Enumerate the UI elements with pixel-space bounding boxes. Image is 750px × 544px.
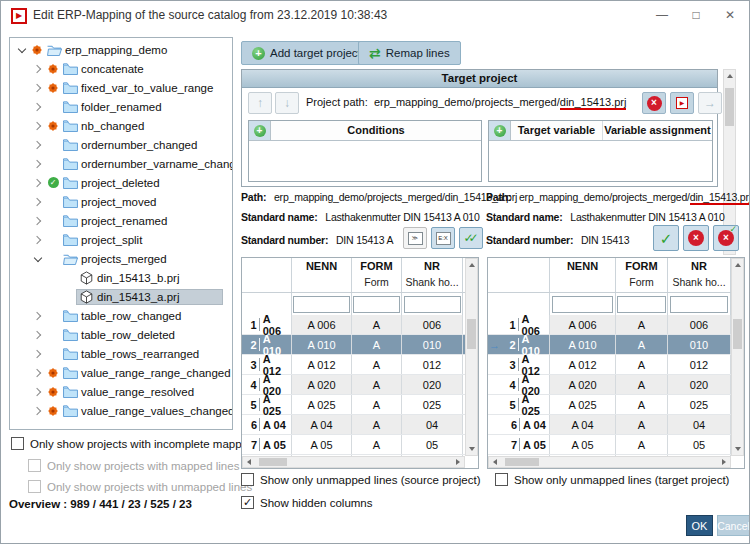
map-all-lines-button[interactable]: ✓✓	[459, 227, 483, 249]
nenn-cell[interactable]: A 05	[550, 435, 616, 454]
source-form-filter-input[interactable]	[353, 296, 401, 313]
nr-cell[interactable]: 020	[402, 375, 463, 394]
tree-item[interactable]: erp_mapping_demo	[10, 40, 232, 59]
tree-item-content[interactable]: folder_renamed	[61, 100, 166, 113]
nr-cell[interactable]: 025	[402, 395, 463, 414]
chevron-down-icon[interactable]	[17, 44, 25, 52]
nenn-cell[interactable]: A 025	[550, 395, 616, 414]
nenn-cell[interactable]: A 012	[550, 355, 616, 374]
nr-cell[interactable]: 05	[668, 435, 731, 454]
nenn-cell[interactable]: A 010	[292, 335, 352, 354]
row-header-cell[interactable]: 3A 012	[242, 355, 292, 374]
form-cell[interactable]: A	[616, 415, 668, 434]
chevron-right-icon[interactable]	[32, 235, 40, 243]
tree-item[interactable]: ordernumber_changed	[10, 135, 232, 154]
tree-item[interactable]: concatenate	[10, 59, 232, 78]
incomplete-mappings-checkbox[interactable]: Only show projects with incomplete mappi…	[11, 437, 263, 450]
nr-cell[interactable]: 025	[668, 395, 731, 414]
row-header-cell[interactable]: 1A 006	[242, 315, 292, 334]
nenn-cell[interactable]: A 020	[292, 375, 352, 394]
nr-cell[interactable]: 04	[668, 415, 731, 434]
form-cell[interactable]: A	[352, 355, 402, 374]
target-table-hscrollbar[interactable]	[488, 456, 731, 468]
tree-item[interactable]: project_split	[10, 230, 232, 249]
scrollbar-thumb[interactable]	[505, 458, 539, 466]
scrollbar-thumb[interactable]	[733, 319, 742, 349]
column-header-form[interactable]: FORMForm	[616, 258, 668, 292]
checkbox-box[interactable]	[241, 473, 254, 486]
nenn-cell[interactable]: A 05	[292, 435, 352, 454]
target-form-filter-input[interactable]	[617, 296, 666, 313]
row-header-cell[interactable]: 4A 020	[242, 375, 292, 394]
ok-button[interactable]: OK	[686, 515, 713, 536]
chevron-right-icon[interactable]	[32, 368, 40, 376]
nenn-cell[interactable]: A 012	[292, 355, 352, 374]
scroll-left-button[interactable]	[489, 457, 501, 467]
row-header-cell[interactable]: 7A 05	[488, 435, 550, 454]
chevron-right-icon[interactable]	[32, 121, 40, 129]
tree-item-content[interactable]: project_moved	[61, 195, 160, 208]
chevron-right-icon[interactable]	[32, 349, 40, 357]
form-cell[interactable]: A	[352, 395, 402, 414]
nenn-cell[interactable]: A 04	[292, 415, 352, 434]
row-header-cell[interactable]: 7A 05	[242, 435, 292, 454]
tree-item[interactable]: fixed_var_to_value_range	[10, 78, 232, 97]
tree-item[interactable]: table_rows_rearranged	[10, 344, 232, 363]
tree-item[interactable]: project_renamed	[10, 211, 232, 230]
scroll-up-button[interactable]	[732, 259, 743, 271]
row-header-cell[interactable]: 4A 020	[488, 375, 550, 394]
nenn-cell[interactable]: A 006	[550, 315, 616, 334]
scroll-right-button[interactable]	[718, 457, 730, 467]
nr-cell[interactable]: 006	[402, 315, 463, 334]
form-cell[interactable]: A	[616, 335, 668, 354]
go-to-project-button[interactable]: →	[698, 92, 722, 114]
scrollbar-thumb[interactable]	[259, 458, 287, 466]
scroll-up-button[interactable]	[724, 70, 735, 82]
nr-cell[interactable]: 010	[668, 335, 731, 354]
row-header-cell[interactable]: 3A 012	[488, 355, 550, 374]
unmapped-lines-checkbox[interactable]: Only show projects with unmapped lines	[28, 480, 252, 493]
nr-cell[interactable]: 020	[668, 375, 731, 394]
table-row[interactable]: 6A 04A 04A04	[242, 415, 465, 435]
nr-cell[interactable]: 04	[402, 415, 463, 434]
tree-item-content[interactable]: value_range_range_changed	[61, 366, 233, 379]
tree-item-content[interactable]: project_split	[61, 233, 146, 246]
form-cell[interactable]: A	[616, 395, 668, 414]
nr-cell[interactable]: 006	[668, 315, 731, 334]
tree-item-content[interactable]: din_15413_b.prj	[77, 271, 184, 285]
row-header-cell[interactable]: 6A 04	[242, 415, 292, 434]
column-header-nenn[interactable]: NENN	[550, 258, 616, 292]
nenn-cell[interactable]: A 006	[292, 315, 352, 334]
tree-item-content[interactable]: table_rows_rearranged	[61, 347, 203, 360]
tree-item-content[interactable]: erp_mapping_demo	[45, 43, 171, 56]
checkbox-box[interactable]	[11, 437, 24, 450]
add-condition-button[interactable]: +	[249, 121, 271, 140]
chevron-right-icon[interactable]	[32, 83, 40, 91]
form-cell[interactable]: A	[352, 335, 402, 354]
tree-item[interactable]: din_15413_b.prj	[10, 268, 232, 287]
remap-lines-button[interactable]: ⇄ Remap lines	[358, 41, 461, 65]
move-up-button[interactable]: ↑	[248, 92, 272, 114]
target-unmapped-checkbox[interactable]: Show only unmapped lines (target project…	[495, 473, 729, 486]
row-header-cell[interactable]: 6A 04	[488, 415, 550, 434]
tree-item[interactable]: ✓project_deleted	[10, 173, 232, 192]
row-header-cell[interactable]: 1A 006	[488, 315, 550, 334]
chevron-right-icon[interactable]	[32, 64, 40, 72]
chevron-right-icon[interactable]	[32, 216, 40, 224]
row-header-cell[interactable]: 5A 025	[242, 395, 292, 414]
tree-item-content[interactable]: table_row_changed	[61, 309, 185, 322]
tree-item[interactable]: value_range_range_changed	[10, 363, 232, 382]
chevron-down-icon[interactable]	[33, 253, 41, 261]
checkbox-box[interactable]	[28, 459, 41, 472]
chevron-right-icon[interactable]	[32, 102, 40, 110]
mapped-lines-checkbox[interactable]: Only show projects with mapped lines	[28, 459, 239, 472]
table-row[interactable]: 6A 04A 04A04	[488, 415, 731, 435]
nenn-cell[interactable]: A 010	[550, 335, 616, 354]
cancel-button[interactable]: Cancel	[717, 515, 750, 536]
tree-item-content[interactable]: table_row_deleted	[61, 328, 179, 341]
tree-item-content[interactable]: projects_merged	[61, 252, 171, 265]
remove-and-accept-button[interactable]: × ✓	[713, 225, 739, 251]
checkbox-box[interactable]: ✓	[241, 496, 254, 509]
nr-cell[interactable]: 05	[402, 435, 463, 454]
tree-item-content[interactable]: value_range_resolved	[61, 385, 198, 398]
